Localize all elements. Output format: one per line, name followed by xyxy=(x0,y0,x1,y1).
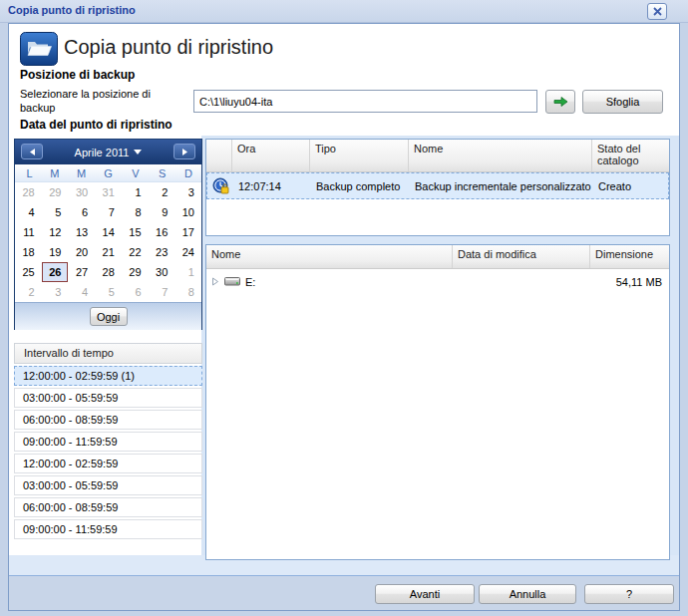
column-header-nome[interactable]: Nome xyxy=(409,140,592,171)
window-title: Copia punto di ripristino xyxy=(8,4,136,16)
calendar-day-10[interactable]: 10 xyxy=(174,202,201,222)
calendar-day-14[interactable]: 14 xyxy=(95,222,122,242)
page-title: Copia punto di ripristino xyxy=(64,36,273,59)
calendar-day-30[interactable]: 30 xyxy=(149,262,175,282)
calendar: Aprile 2011 LMMGVSD 28293031123456789101… xyxy=(14,139,202,330)
calendar-day-2[interactable]: 2 xyxy=(15,282,42,302)
calendar-day-7[interactable]: 7 xyxy=(149,282,175,302)
column-header-dimensione[interactable]: Dimensione xyxy=(590,245,669,268)
right-arrow-icon xyxy=(180,148,189,156)
go-button[interactable] xyxy=(545,90,575,114)
calendar-day-8[interactable]: 8 xyxy=(174,282,201,302)
calendar-day-21[interactable]: 21 xyxy=(95,242,122,262)
browse-button[interactable]: Sfoglia xyxy=(582,90,663,114)
calendar-day-23[interactable]: 23 xyxy=(149,242,175,262)
volume-name: E: xyxy=(245,276,255,288)
backup-path-input[interactable] xyxy=(193,90,537,113)
calendar-day-25[interactable]: 25 xyxy=(15,262,42,282)
time-interval-item[interactable]: 09:00:00 - 11:59:59 xyxy=(14,432,202,452)
restore-copy-folder-icon xyxy=(20,32,58,66)
calendar-day-28[interactable]: 28 xyxy=(15,182,42,202)
calendar-day-28[interactable]: 28 xyxy=(95,262,122,282)
calendar-next-button[interactable] xyxy=(173,144,195,159)
time-interval-header: Intervallo di tempo xyxy=(14,343,202,364)
column-header-icon[interactable] xyxy=(206,140,232,171)
calendar-day-11[interactable]: 11 xyxy=(15,222,42,242)
expand-triangle-icon[interactable] xyxy=(211,277,219,286)
calendar-day-27[interactable]: 27 xyxy=(68,262,95,282)
calendar-day-19[interactable]: 19 xyxy=(42,242,69,262)
dialog-window: Copia punto di ripristino Copia punto di… xyxy=(0,0,688,616)
calendar-day-31[interactable]: 31 xyxy=(95,182,122,202)
calendar-day-2[interactable]: 2 xyxy=(149,182,175,202)
time-interval-item[interactable]: 03:00:00 - 05:59:59 xyxy=(14,388,202,408)
calendar-weekday-label: V xyxy=(122,164,149,181)
calendar-day-12[interactable]: 12 xyxy=(42,222,69,242)
time-interval-item[interactable]: 06:00:00 - 08:59:59 xyxy=(14,410,202,430)
down-caret-icon xyxy=(134,150,142,154)
time-interval-item[interactable]: 03:00:00 - 05:59:59 xyxy=(14,475,202,495)
time-interval-item[interactable]: 09:00:00 - 11:59:59 xyxy=(14,519,202,539)
column-header-ora[interactable]: Ora xyxy=(232,140,310,171)
backup-path-label: Selezionare la posizione di backup xyxy=(20,87,170,115)
volume-row[interactable]: E: 54,11 MB xyxy=(206,269,669,294)
calendar-weekday-label: G xyxy=(95,164,122,181)
calendar-day-4[interactable]: 4 xyxy=(15,202,42,222)
calendar-day-29[interactable]: 29 xyxy=(42,182,69,202)
time-interval-item[interactable]: 12:00:00 - 02:59:59 xyxy=(14,454,202,473)
next-button[interactable]: Avanti xyxy=(375,584,475,604)
calendar-day-1[interactable]: 1 xyxy=(122,182,149,202)
calendar-day-grid: 2829303112345678910111213141516171819202… xyxy=(15,182,201,302)
calendar-day-3[interactable]: 3 xyxy=(174,182,201,202)
restore-point-name: Backup incrementale personalizzato xyxy=(410,180,593,192)
cancel-button[interactable]: Annulla xyxy=(479,584,576,604)
calendar-day-24[interactable]: 24 xyxy=(174,242,201,262)
calendar-day-22[interactable]: 22 xyxy=(122,242,149,262)
calendar-prev-button[interactable] xyxy=(21,144,43,159)
column-header-nome[interactable]: Nome xyxy=(206,245,453,268)
calendar-day-6[interactable]: 6 xyxy=(68,202,95,222)
left-arrow-icon xyxy=(28,148,37,156)
calendar-day-7[interactable]: 7 xyxy=(95,202,122,222)
calendar-day-29[interactable]: 29 xyxy=(122,262,149,282)
calendar-day-15[interactable]: 15 xyxy=(122,222,149,242)
restore-point-row[interactable]: 12:07:14 Backup completo Backup incremen… xyxy=(206,172,669,199)
calendar-day-5[interactable]: 5 xyxy=(42,202,69,222)
calendar-day-9[interactable]: 9 xyxy=(149,202,175,222)
calendar-day-17[interactable]: 17 xyxy=(174,222,201,242)
calendar-day-30[interactable]: 30 xyxy=(68,182,95,202)
calendar-weekday-label: M xyxy=(68,164,95,181)
calendar-weekday-label: M xyxy=(42,164,69,181)
calendar-day-26-selected[interactable]: 26 xyxy=(42,262,69,282)
calendar-day-3[interactable]: 3 xyxy=(42,282,69,302)
hard-drive-icon xyxy=(224,275,240,289)
column-header-data-modifica[interactable]: Data di modifica xyxy=(453,245,590,268)
calendar-day-6[interactable]: 6 xyxy=(122,282,149,302)
close-button[interactable] xyxy=(647,3,667,20)
calendar-month-dropdown[interactable]: Aprile 2011 xyxy=(75,147,143,158)
calendar-weekday-row: LMMGVSD xyxy=(15,164,201,182)
volume-size: 54,11 MB xyxy=(590,276,669,288)
restore-points-table-header: Ora Tipo Nome Stato del catalogo xyxy=(206,140,669,172)
restore-point-catalog-status: Creato xyxy=(593,180,668,192)
close-icon xyxy=(653,7,662,16)
calendar-day-5[interactable]: 5 xyxy=(95,282,122,302)
contents-table: Nome Data di modifica Dimensione xyxy=(205,244,670,560)
calendar-weekday-label: S xyxy=(149,164,175,181)
column-header-stato-catalogo[interactable]: Stato del catalogo xyxy=(592,140,669,171)
time-interval-item-selected[interactable]: 12:00:00 - 02:59:59 (1) xyxy=(14,366,202,386)
calendar-day-1[interactable]: 1 xyxy=(174,262,201,282)
time-interval-list: Intervallo di tempo 12:00:00 - 02:59:59 … xyxy=(14,343,202,539)
calendar-day-18[interactable]: 18 xyxy=(15,242,42,262)
calendar-day-20[interactable]: 20 xyxy=(68,242,95,262)
calendar-day-16[interactable]: 16 xyxy=(149,222,175,242)
help-button[interactable]: ? xyxy=(584,584,674,604)
column-header-tipo[interactable]: Tipo xyxy=(310,140,409,171)
time-interval-item[interactable]: 06:00:00 - 08:59:59 xyxy=(14,497,202,517)
calendar-day-8[interactable]: 8 xyxy=(122,202,149,222)
today-button[interactable]: Oggi xyxy=(90,307,128,326)
calendar-day-4[interactable]: 4 xyxy=(68,282,95,302)
footer-bar xyxy=(9,575,679,610)
title-bar: Copia punto di ripristino xyxy=(0,0,688,23)
calendar-day-13[interactable]: 13 xyxy=(68,222,95,242)
